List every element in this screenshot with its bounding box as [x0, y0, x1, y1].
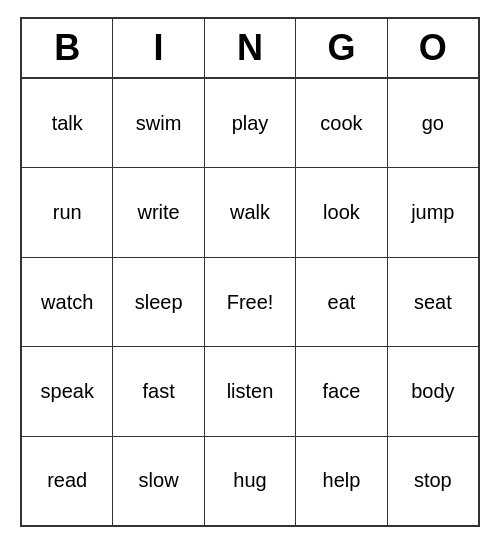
bingo-cell-4-4: stop — [388, 437, 478, 525]
bingo-cell-4-0: read — [22, 437, 113, 525]
bingo-header: BINGO — [22, 19, 478, 79]
bingo-cell-3-2: listen — [205, 347, 296, 435]
bingo-cell-3-0: speak — [22, 347, 113, 435]
bingo-row-3: speakfastlistenfacebody — [22, 347, 478, 436]
bingo-row-1: runwritewalklookjump — [22, 168, 478, 257]
header-letter-n: N — [205, 19, 296, 79]
bingo-cell-4-3: help — [296, 437, 387, 525]
bingo-cell-4-2: hug — [205, 437, 296, 525]
bingo-cell-0-1: swim — [113, 79, 204, 167]
header-letter-g: G — [296, 19, 387, 79]
bingo-cell-3-1: fast — [113, 347, 204, 435]
bingo-cell-0-4: go — [388, 79, 478, 167]
bingo-cell-4-1: slow — [113, 437, 204, 525]
bingo-cell-1-0: run — [22, 168, 113, 256]
bingo-body: talkswimplaycookgorunwritewalklookjumpwa… — [22, 79, 478, 525]
header-letter-i: I — [113, 19, 204, 79]
bingo-cell-0-0: talk — [22, 79, 113, 167]
bingo-cell-2-0: watch — [22, 258, 113, 346]
bingo-cell-1-4: jump — [388, 168, 478, 256]
header-letter-b: B — [22, 19, 113, 79]
bingo-cell-2-4: seat — [388, 258, 478, 346]
bingo-cell-2-3: eat — [296, 258, 387, 346]
bingo-cell-0-3: cook — [296, 79, 387, 167]
bingo-cell-3-4: body — [388, 347, 478, 435]
bingo-cell-2-1: sleep — [113, 258, 204, 346]
bingo-row-2: watchsleepFree!eatseat — [22, 258, 478, 347]
bingo-row-4: readslowhughelpstop — [22, 437, 478, 525]
bingo-cell-3-3: face — [296, 347, 387, 435]
bingo-cell-2-2: Free! — [205, 258, 296, 346]
bingo-card: BINGO talkswimplaycookgorunwritewalklook… — [20, 17, 480, 527]
bingo-row-0: talkswimplaycookgo — [22, 79, 478, 168]
bingo-cell-1-2: walk — [205, 168, 296, 256]
bingo-cell-1-1: write — [113, 168, 204, 256]
header-letter-o: O — [388, 19, 478, 79]
bingo-cell-0-2: play — [205, 79, 296, 167]
bingo-cell-1-3: look — [296, 168, 387, 256]
